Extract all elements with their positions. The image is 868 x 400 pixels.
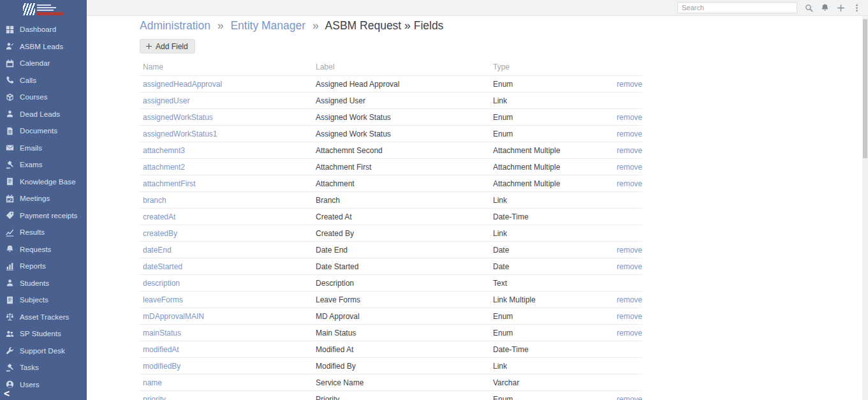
bell-icon bbox=[6, 245, 14, 253]
sidebar-item-label: Asset Trackers bbox=[20, 313, 69, 321]
fields-table: Name Label Type assignedHeadApprovalAssi… bbox=[140, 59, 642, 400]
field-name-link[interactable]: leaveForms bbox=[140, 295, 316, 304]
fields-table-body: assignedHeadApprovalAssigned Head Approv… bbox=[140, 75, 642, 400]
remove-link[interactable]: remove bbox=[617, 295, 642, 304]
tag-icon bbox=[6, 211, 14, 219]
chart-bar-icon bbox=[6, 262, 14, 270]
remove-link[interactable]: remove bbox=[617, 246, 642, 255]
wrench-icon bbox=[6, 346, 14, 355]
field-name-link[interactable]: dateStarted bbox=[140, 262, 316, 271]
field-name-link[interactable]: attachemnt3 bbox=[140, 146, 316, 155]
sidebar-item-label: Payment receipts bbox=[20, 212, 77, 219]
page-scrollbar[interactable] bbox=[862, 16, 868, 400]
navbar-bell-button[interactable] bbox=[817, 1, 833, 14]
table-row: assignedWorkStatusAssigned Work StatusEn… bbox=[140, 108, 642, 125]
sidebar-item-knowledge-base[interactable]: Knowledge Base bbox=[0, 174, 87, 191]
table-row: assignedWorkStatus1Assigned Work StatusE… bbox=[140, 125, 642, 142]
sidebar-item-label: Exams bbox=[20, 161, 43, 168]
field-name-link[interactable]: createdAt bbox=[140, 212, 316, 221]
field-name-link[interactable]: createdBy bbox=[140, 229, 316, 238]
field-label: Assigned User bbox=[316, 96, 493, 105]
field-name-link[interactable]: branch bbox=[140, 196, 316, 205]
field-type: Text bbox=[493, 279, 595, 288]
field-name-link[interactable]: dateEnd bbox=[140, 246, 316, 255]
table-row: dateEndDate EndDateremove bbox=[140, 241, 642, 258]
field-name-link[interactable]: attachmentFirst bbox=[140, 179, 316, 188]
sidebar-item-users[interactable]: Users bbox=[0, 376, 87, 394]
field-name-link[interactable]: modifiedBy bbox=[140, 362, 316, 371]
sidebar-item-dashboard[interactable]: Dashboard bbox=[0, 21, 87, 38]
field-name-link[interactable]: mainStatus bbox=[140, 329, 316, 337]
sidebar-item-label: Knowledge Base bbox=[20, 178, 76, 186]
field-name-link[interactable]: assignedWorkStatus bbox=[140, 113, 316, 122]
sidebar-item-students[interactable]: Students bbox=[0, 275, 87, 292]
sidebar-item-tasks[interactable]: Tasks bbox=[0, 359, 87, 376]
breadcrumb-link-administration[interactable]: Administration bbox=[140, 19, 210, 32]
remove-link[interactable]: remove bbox=[617, 146, 642, 155]
field-label: Assigned Work Status bbox=[316, 113, 493, 122]
remove-link[interactable]: remove bbox=[617, 113, 642, 122]
field-name-link[interactable]: priority bbox=[140, 395, 316, 400]
field-name-link[interactable]: mDApprovalMAIN bbox=[140, 312, 316, 321]
scrollbar-thumb[interactable] bbox=[863, 19, 867, 158]
balance-scale-icon bbox=[6, 313, 14, 321]
remove-link[interactable]: remove bbox=[617, 80, 642, 89]
field-name-link[interactable]: modifiedAt bbox=[140, 345, 316, 354]
sidebar-item-asset-trackers[interactable]: Asset Trackers bbox=[0, 309, 87, 326]
breadcrumb-link-entity-manager[interactable]: Entity Manager bbox=[230, 19, 305, 32]
sidebar-item-courses[interactable]: Courses bbox=[0, 89, 87, 106]
sidebar-item-exams[interactable]: Exams bbox=[0, 156, 87, 174]
dashboard-grid-icon bbox=[6, 26, 14, 34]
sidebar-item-payment-receipts[interactable]: Payment receipts bbox=[0, 207, 87, 225]
field-name-link[interactable]: assignedUser bbox=[140, 96, 316, 105]
sidebar-item-dead-leads[interactable]: Dead Leads bbox=[0, 106, 87, 123]
kebab-menu-icon bbox=[853, 4, 861, 12]
remove-link[interactable]: remove bbox=[617, 329, 642, 337]
sidebar-item-documents[interactable]: Documents bbox=[0, 122, 87, 140]
field-label: Branch bbox=[316, 196, 493, 205]
field-name-link[interactable]: description bbox=[140, 279, 316, 288]
remove-link[interactable]: remove bbox=[617, 179, 642, 188]
file-icon bbox=[6, 127, 14, 135]
sidebar-collapse-button[interactable]: < bbox=[4, 389, 10, 399]
sidebar-item-support-desk[interactable]: Support Desk bbox=[0, 343, 87, 360]
remove-link[interactable]: remove bbox=[617, 163, 642, 172]
search-input[interactable] bbox=[677, 2, 797, 13]
sidebar: DashboardASBM LeadsCalendarCallsCoursesD… bbox=[0, 0, 87, 400]
field-type: Varchar bbox=[493, 378, 595, 387]
remove-link[interactable]: remove bbox=[617, 312, 642, 321]
sidebar-item-calls[interactable]: Calls bbox=[0, 72, 87, 89]
field-type: Link bbox=[493, 362, 595, 371]
chevron-left-icon: < bbox=[4, 388, 10, 399]
add-field-button[interactable]: Add Field bbox=[140, 39, 195, 54]
breadcrumb-separator: » bbox=[217, 19, 224, 32]
remove-link[interactable]: remove bbox=[617, 395, 642, 400]
main-content: Administration » Entity Manager » ASBM R… bbox=[87, 16, 862, 400]
navbar-search-button[interactable] bbox=[801, 1, 817, 14]
sidebar-item-requests[interactable]: Requests bbox=[0, 241, 87, 258]
field-label: Priority bbox=[316, 395, 493, 400]
sidebar-item-emails[interactable]: Emails bbox=[0, 140, 87, 157]
asbm-logo[interactable] bbox=[0, 0, 87, 17]
field-name-link[interactable]: name bbox=[140, 378, 316, 387]
chart-line-icon bbox=[6, 228, 14, 237]
field-name-link[interactable]: assignedWorkStatus1 bbox=[140, 130, 316, 138]
sidebar-item-subjects[interactable]: Subjects bbox=[0, 292, 87, 309]
sidebar-item-meetings[interactable]: Meetings bbox=[0, 190, 87, 207]
remove-link[interactable]: remove bbox=[617, 262, 642, 271]
field-label: Main Status bbox=[316, 329, 493, 337]
sidebar-item-sp-students[interactable]: SP Students bbox=[0, 325, 87, 343]
field-name-link[interactable]: assignedHeadApproval bbox=[140, 80, 316, 89]
remove-link[interactable]: remove bbox=[617, 130, 642, 138]
sidebar-item-asbm-leads[interactable]: ASBM Leads bbox=[0, 38, 87, 56]
sidebar-item-results[interactable]: Results bbox=[0, 224, 87, 241]
navbar-kebab-menu-button[interactable] bbox=[849, 1, 865, 14]
sidebar-item-calendar[interactable]: Calendar bbox=[0, 55, 87, 72]
field-type: Attachment Multiple bbox=[493, 146, 595, 155]
field-name-link[interactable]: attachment2 bbox=[140, 163, 316, 172]
sidebar-item-reports[interactable]: Reports bbox=[0, 258, 87, 275]
asbm-logo-image bbox=[23, 3, 64, 17]
sidebar-item-label: Dashboard bbox=[20, 26, 56, 33]
navbar-plus-button[interactable] bbox=[833, 1, 849, 14]
field-type: Date bbox=[493, 246, 595, 255]
